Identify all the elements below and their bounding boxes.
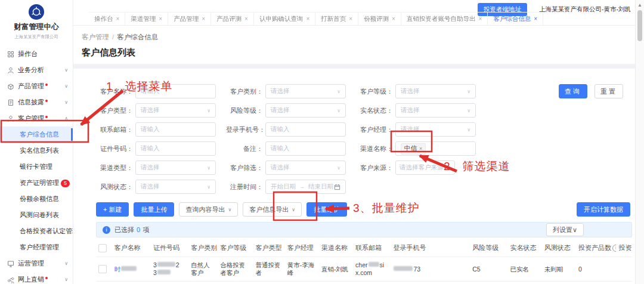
scrollbar[interactable]: ▲ <box>635 0 644 284</box>
备注-input[interactable]: 请输入 <box>265 141 346 156</box>
button-label: 客户信息导出 <box>249 205 289 214</box>
批量维护-button[interactable]: 批量维护 <box>306 202 347 217</box>
cell-product_count: 1 <box>576 282 616 284</box>
批量上传-button[interactable]: 批量上传 <box>134 202 174 217</box>
field-label: 客户筛选： <box>226 163 263 172</box>
sidebar-item-产品管理[interactable]: 产品管理∨ <box>0 78 73 94</box>
登录手机号-input[interactable]: 请输入 <box>265 122 346 137</box>
placeholder-text: 请选择 <box>141 106 160 115</box>
close-icon[interactable]: × <box>159 16 162 22</box>
close-icon[interactable]: × <box>349 16 352 22</box>
filter-field-客户筛选: 客户筛选：请选择∨ <box>226 160 356 175</box>
notification-dot <box>45 84 48 86</box>
tag-close-icon[interactable]: × <box>419 146 422 152</box>
风险等级-select[interactable]: 请选择∨ <box>265 103 346 118</box>
brand-subtitle: 上海某某资产有限公司 <box>3 33 70 39</box>
reset-button[interactable]: 重置 <box>595 84 623 98</box>
filter-row: 渠道类型：请选择∨客户筛选：请选择∨客户来源：请选择客户来源∨ <box>96 160 632 175</box>
breadcrumb-item[interactable]: 客户管理 <box>82 33 109 41</box>
实名状态-select[interactable]: 请选择∨ <box>395 103 476 118</box>
close-icon[interactable]: × <box>244 16 248 22</box>
sidebar-item-业务分析[interactable]: 业务分析∨ <box>0 62 73 78</box>
column-header-客户等级: 客户等级 <box>218 239 253 257</box>
cell-phone: 1 <box>391 282 470 284</box>
close-icon[interactable]: × <box>534 16 537 22</box>
field-label: 客户来源： <box>356 163 393 172</box>
sidebar-subitem-风测问卷列表[interactable]: 风测问卷列表 <box>0 207 73 223</box>
filter-form: 客户名称：请输入客户类别：请选择∨客户等级：请选择∨客户类型：请选择∨风险等级：… <box>96 84 632 194</box>
online-sales-icon <box>7 276 14 283</box>
filter-field-渠道名称: 渠道名称：中信× <box>356 141 486 156</box>
sidebar-item-网上直销[interactable]: 网上直销∨ <box>0 271 73 284</box>
新建-button[interactable]: + 新建 <box>96 202 129 217</box>
渠道名称-input[interactable]: 中信× <box>395 141 476 156</box>
客户筛选-select[interactable]: 请选择∨ <box>265 160 346 175</box>
tab-认申购确认查询[interactable]: 认申购确认查询× <box>254 13 315 25</box>
column-settings-button[interactable]: 列设置∨ <box>546 223 584 236</box>
注册时间-daterange[interactable]: 开始日期→结束日期 <box>265 180 346 194</box>
page-title: 客户信息列表 <box>82 47 644 58</box>
chevron-down-icon: ∨ <box>64 100 68 105</box>
联系邮箱-input[interactable]: 请输入 <box>135 122 216 137</box>
客户类型-select[interactable]: 请选择∨ <box>135 103 216 118</box>
sidebar-subitem-银行卡管理[interactable]: 银行卡管理 <box>0 159 73 175</box>
客户等级-select[interactable]: 请选择∨ <box>395 84 476 98</box>
sidebar-item-客户管理[interactable]: 客户管理∧ <box>0 110 73 126</box>
search-button[interactable]: 查询 <box>559 84 587 98</box>
渠道类型-select[interactable]: 请选择∨ <box>135 160 216 175</box>
column-header-客户名称: 客户名称 <box>112 239 151 257</box>
column-header-客户经理: 客户经理 <box>285 239 319 257</box>
sidebar-subitem-合格投资者认定管理[interactable]: 合格投资者认定管理 <box>0 223 73 239</box>
查询内容导出-button[interactable]: 查询内容导出∨ <box>179 202 238 217</box>
tab-产品评测[interactable]: 产品评测× <box>211 13 254 25</box>
table-head: 客户名称证件号码客户类别客户等级客户类型客户经理渠道名称联系邮箱登录手机号风险等… <box>96 239 632 257</box>
tab-操作台[interactable]: 操作台× <box>89 13 125 25</box>
column-header-label: 投资金额 <box>618 244 632 251</box>
证件号码-input[interactable]: 请输入 <box>135 141 216 156</box>
sidebar-subitem-label: 份额余额信息 <box>20 195 59 202</box>
tab-渠道管理[interactable]: 渠道管理× <box>125 13 168 25</box>
tab-直销投资者账号自助导出[interactable]: 直销投资者账号自助导出× <box>401 13 488 25</box>
sidebar-subitem-客户经理管理[interactable]: 客户经理管理 <box>0 239 73 255</box>
sidebar-subitem-客户综合信息[interactable]: 客户综合信息 <box>0 126 73 143</box>
placeholder-text: 请输入 <box>271 144 290 153</box>
close-icon[interactable]: × <box>478 16 482 22</box>
scrollbar-thumb[interactable] <box>637 10 642 41</box>
field-label: 风险等级： <box>226 106 263 115</box>
cell-id-number: 35 <box>151 282 188 284</box>
客户来源-select[interactable]: 请选择客户来源∨ <box>395 160 455 175</box>
scrollbar-up-icon[interactable]: ▲ <box>636 0 644 8</box>
tab-打新首页[interactable]: 打新首页× <box>315 13 358 25</box>
客户名称-input[interactable]: 请输入 <box>135 84 216 98</box>
sidebar-subitem-label: 实名信息列表 <box>20 147 59 154</box>
cell-level: 持有客户 <box>218 282 253 284</box>
风测状态-select[interactable]: 请选择∨ <box>135 180 216 194</box>
客户类别-select[interactable]: 请选择∨ <box>265 84 346 98</box>
sidebar-subitem-实名信息列表[interactable]: 实名信息列表 <box>0 143 73 159</box>
tab-label: 渠道管理 <box>131 15 156 23</box>
cell-realname_status: 已实名 <box>508 282 542 284</box>
sidebar-subitem-资产证明管理[interactable]: 资产证明管理5 <box>0 175 73 191</box>
客户信息导出-button[interactable]: 客户信息导出∨ <box>243 202 302 217</box>
sidebar-subitem-份额余额信息[interactable]: 份额余额信息 <box>0 191 73 207</box>
sidebar-item-运营管理[interactable]: 运营管理∨ <box>0 255 73 271</box>
placeholder-text: 请输入 <box>141 125 160 134</box>
column-header-label: 客户名称 <box>114 244 141 251</box>
sidebar-item-信息披露[interactable]: 信息披露∨ <box>0 94 73 110</box>
row-checkbox[interactable] <box>98 265 107 273</box>
close-icon[interactable]: × <box>392 16 395 22</box>
客户经理-select[interactable]: 请选择∨ <box>395 122 476 137</box>
close-icon[interactable]: × <box>306 16 309 22</box>
select-all-checkbox[interactable] <box>98 244 107 252</box>
close-icon[interactable]: × <box>202 16 205 22</box>
column-header-登录手机号: 登录手机号 <box>391 239 470 257</box>
sidebar-item-操作台[interactable]: 操作台 <box>0 46 73 62</box>
close-icon[interactable]: × <box>116 16 120 22</box>
tab-产品管理[interactable]: 产品管理× <box>168 13 211 25</box>
search-buttons: 查询 重置 <box>552 84 623 98</box>
tab-份额评测[interactable]: 份额评测× <box>358 13 401 25</box>
customer-name-link[interactable]: 时 <box>114 266 138 273</box>
placeholder-text: 请选择 <box>401 106 420 115</box>
open-calc-button[interactable]: 开启计算数据 <box>577 202 630 217</box>
tab-客户综合信息[interactable]: 客户综合信息× <box>488 13 543 25</box>
